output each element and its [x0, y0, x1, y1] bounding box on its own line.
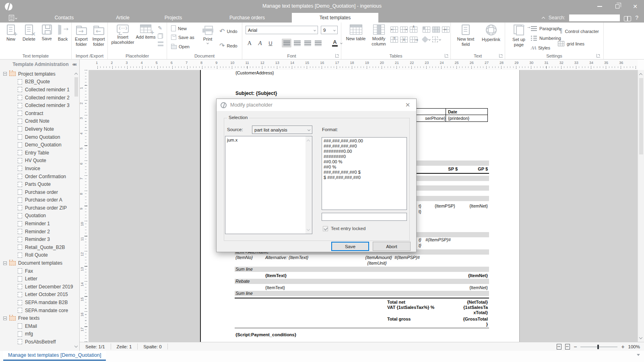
undo-button[interactable]: Undo: [219, 28, 237, 35]
header-info-table[interactable]: Date serPhone} {printedon}: [407, 108, 488, 122]
placeholder-customer-address[interactable]: {CustomerAddress}: [235, 70, 274, 75]
tree-item[interactable]: SEPA mandate core: [0, 306, 74, 315]
control-character-button[interactable]: Control character: [559, 28, 599, 34]
listbox-scrollbar[interactable]: [305, 136, 312, 234]
tree-item[interactable]: EMail: [0, 322, 74, 330]
tree-item[interactable]: Collected reminder 2: [0, 94, 74, 102]
zoom-out-icon[interactable]: −: [574, 344, 577, 350]
tree-item[interactable]: Delivery Note: [0, 125, 74, 133]
tree-item[interactable]: Purchase order A: [0, 196, 74, 204]
collapse-ribbon-icon[interactable]: [542, 16, 545, 20]
paragraph-button[interactable]: Paragraph: [531, 26, 560, 31]
slider-handle[interactable]: [597, 345, 599, 349]
sidebar-scrollbar[interactable]: [74, 70, 79, 350]
numbering-button[interactable]: Numbering: [531, 36, 561, 41]
fit-width-icon[interactable]: [565, 344, 570, 350]
tree-item[interactable]: SEPA mandate B2B: [0, 298, 74, 306]
tree-item[interactable]: Parts Quote: [0, 180, 74, 188]
format-option[interactable]: ###,###,###,##0: [324, 144, 405, 149]
document-scrollbar[interactable]: [638, 70, 644, 342]
tree-item[interactable]: Retail_Quote_B2B: [0, 243, 74, 251]
insert-row-below-button[interactable]: ↓: [400, 37, 408, 43]
fit-page-icon[interactable]: [557, 344, 561, 350]
source-listbox[interactable]: jum.x: [225, 136, 312, 234]
export-folder-button[interactable]: → Export folder: [73, 25, 90, 47]
tree-item[interactable]: Document templates: [0, 259, 74, 267]
styles-button[interactable]: Styles: [531, 45, 550, 50]
tree-item[interactable]: Reminder 3: [0, 235, 74, 243]
source-list-item[interactable]: jum.x: [227, 137, 304, 143]
format-option[interactable]: ########0: [324, 154, 405, 159]
module-tab[interactable]: Article: [107, 13, 138, 23]
module-tab[interactable]: Contacts: [45, 13, 83, 23]
collapse-node-icon[interactable]: [3, 317, 7, 320]
copy-pages-icon[interactable]: [158, 33, 163, 39]
close-button[interactable]: ✕: [626, 0, 644, 13]
tree-item[interactable]: mfg: [0, 330, 74, 338]
save-template-button[interactable]: Save: [39, 25, 54, 41]
insert-row-above-button[interactable]: ↑: [390, 37, 398, 43]
tree-item[interactable]: Demo_Quotation: [0, 141, 74, 149]
format-option[interactable]: ##0.00 %: [324, 159, 405, 165]
collapse-node-icon[interactable]: [3, 72, 7, 76]
bold-button[interactable]: [245, 39, 254, 47]
insert-column-right-button[interactable]: →: [400, 27, 408, 33]
restore-button[interactable]: [609, 0, 626, 13]
column-width-button[interactable]: ↔: [442, 27, 450, 33]
tree-item[interactable]: Purchase order: [0, 188, 74, 196]
print-button[interactable]: Print: [199, 25, 216, 44]
split-rows-icon[interactable]: [158, 41, 163, 46]
add-items-button[interactable]: + Add items: [135, 25, 156, 40]
tree-item[interactable]: Reminder 2: [0, 228, 74, 236]
format-option[interactable]: ###,###,###,##0 $: [324, 170, 405, 175]
underline-button[interactable]: [266, 39, 275, 47]
zoom-slider[interactable]: [580, 347, 617, 347]
format-listbox[interactable]: ###,###,###,##0.00###,###,###,##0#######…: [322, 137, 407, 210]
tree-item[interactable]: PosAbsBetreff: [0, 338, 74, 346]
minimize-button[interactable]: [591, 0, 609, 13]
collapse-node-icon[interactable]: [3, 261, 7, 265]
redo-button[interactable]: Redo: [219, 43, 237, 49]
merge-cells-button[interactable]: [423, 27, 430, 33]
tree-item[interactable]: Invoice: [0, 165, 74, 173]
scroll-up-icon[interactable]: [307, 140, 310, 143]
custom-format-input[interactable]: [322, 213, 407, 221]
format-option[interactable]: ########0.00: [324, 149, 405, 154]
subject-line[interactable]: Subject: {Subject}: [235, 90, 277, 96]
tree-item[interactable]: Contract: [0, 109, 74, 117]
font-family-select[interactable]: Arial: [246, 26, 318, 34]
new-text-field-button[interactable]: New text field: [453, 25, 478, 47]
delete-template-button[interactable]: × Delete: [20, 25, 38, 42]
set-up-page-button[interactable]: ↷ Set up page: [509, 25, 528, 47]
collapse-sidebar-icon[interactable]: ««: [72, 62, 76, 67]
dialog-title-bar[interactable]: Modify placeholder ✕: [217, 99, 416, 111]
save-button[interactable]: Save: [331, 242, 369, 251]
format-option[interactable]: $ ###,###,###,##0: [324, 175, 405, 180]
align-right-button[interactable]: [292, 39, 302, 47]
grid-lines-button[interactable]: grid lines: [558, 41, 584, 46]
fill-color-button[interactable]: [423, 37, 431, 42]
new-table-button[interactable]: New table: [345, 25, 367, 41]
tree-item[interactable]: Collected reminder 1: [0, 86, 74, 94]
insert-column-between-button[interactable]: ↑: [410, 27, 417, 33]
tree-item[interactable]: Roll Quote: [0, 251, 74, 259]
window-list-dropdown-icon[interactable]: [637, 354, 640, 356]
edit-pencil-icon[interactable]: ✎: [158, 25, 163, 31]
format-option[interactable]: ###,###,###,##0.00: [324, 138, 405, 144]
help-icon[interactable]: ?: [635, 14, 638, 21]
back-button[interactable]: Back: [56, 25, 70, 42]
zoom-in-icon[interactable]: +: [621, 344, 624, 350]
binoculars-icon[interactable]: [624, 15, 631, 21]
tree-item[interactable]: Order Confirmation: [0, 173, 74, 181]
tree-item[interactable]: HV Quote: [0, 157, 74, 165]
dialog-close-icon[interactable]: ✕: [403, 101, 412, 109]
tree-item[interactable]: Letter October 2015: [0, 291, 74, 299]
font-size-select[interactable]: 9: [321, 26, 338, 34]
scroll-down-icon[interactable]: [307, 228, 310, 231]
borders-button[interactable]: [432, 37, 441, 42]
import-folder-button[interactable]: ← Import folder: [90, 25, 107, 47]
tree-item[interactable]: Credit Note: [0, 117, 74, 125]
modify-column-button[interactable]: Modify column: [369, 25, 388, 46]
scroll-up-icon[interactable]: [74, 73, 78, 76]
insert-column-left-button[interactable]: ←: [390, 27, 398, 33]
